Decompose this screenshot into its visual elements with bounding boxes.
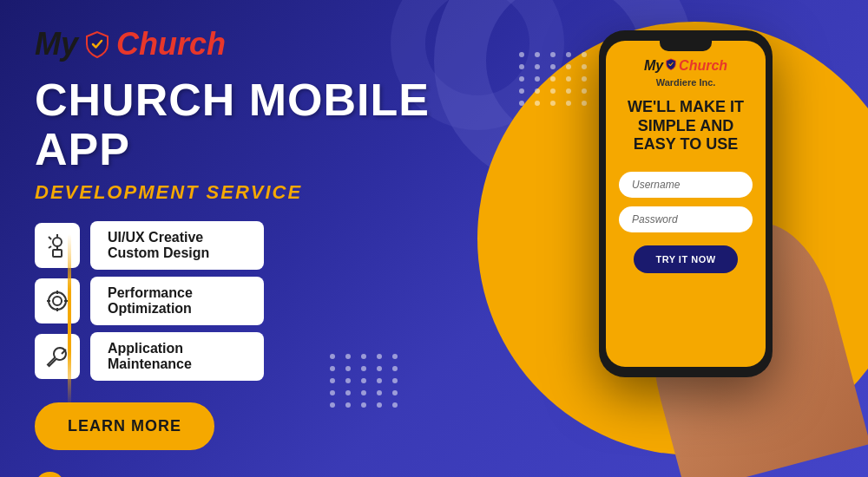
svg-line-2 [49, 246, 51, 248]
left-content: My Church CHURCH MOBILE APP DEVELOPMENT … [0, 0, 503, 477]
performance-icon-box [35, 278, 80, 323]
phone-password-field[interactable]: Password [619, 206, 753, 232]
svg-point-7 [53, 297, 62, 305]
uiux-label: UI/UX CreativeCustom Design [90, 221, 264, 270]
vertical-accent-line [68, 234, 71, 408]
phone-notch [660, 41, 712, 51]
feature-maintenance: ApplicationMaintenance [35, 332, 469, 381]
globe-icon [35, 472, 65, 477]
phone-screen: My Church Wardiere Inc. WE'LL MAKE ITSIM… [606, 41, 766, 367]
phone-wrapper: My Church Wardiere Inc. WE'LL MAKE ITSIM… [521, 13, 851, 464]
svg-line-3 [49, 237, 51, 239]
feature-performance: PerformanceOptimization [35, 277, 469, 325]
phone-company: Wardiere Inc. [656, 77, 716, 88]
phone-logo: My Church [644, 58, 727, 74]
performance-label: PerformanceOptimization [90, 277, 264, 325]
website-row: www.mypocketchurch.com [35, 472, 469, 477]
uiux-icon-box [35, 223, 80, 268]
phone-shield-icon [665, 58, 677, 74]
logo-my-text: My [35, 26, 78, 62]
logo-church-text: Church [116, 26, 226, 62]
phone-try-button[interactable]: TRY IT NOW [634, 245, 737, 273]
svg-rect-4 [53, 250, 62, 257]
maintenance-label: ApplicationMaintenance [90, 332, 264, 381]
phone-logo-church: Church [679, 58, 727, 74]
svg-point-0 [53, 238, 62, 246]
phone-logo-my: My [644, 58, 663, 74]
right-content: My Church Wardiere Inc. WE'LL MAKE ITSIM… [503, 0, 868, 477]
phone-tagline: WE'LL MAKE ITSIMPLE ANDEASY TO USE [628, 98, 744, 154]
phone-frame: My Church Wardiere Inc. WE'LL MAKE ITSIM… [599, 30, 773, 377]
subtitle: DEVELOPMENT SERVICE [35, 181, 469, 204]
logo: My Church [35, 26, 469, 62]
svg-point-6 [49, 292, 66, 310]
feature-uiux: UI/UX CreativeCustom Design [35, 221, 469, 270]
logo-shield-icon [82, 29, 113, 60]
features-list: UI/UX CreativeCustom Design PerformanceO… [35, 221, 469, 381]
learn-more-button[interactable]: LEARN MORE [35, 402, 214, 450]
main-title: CHURCH MOBILE APP [35, 75, 469, 174]
main-container: My Church CHURCH MOBILE APP DEVELOPMENT … [0, 0, 868, 477]
maintenance-icon-box [35, 334, 80, 379]
phone-username-field[interactable]: Username [619, 172, 753, 198]
